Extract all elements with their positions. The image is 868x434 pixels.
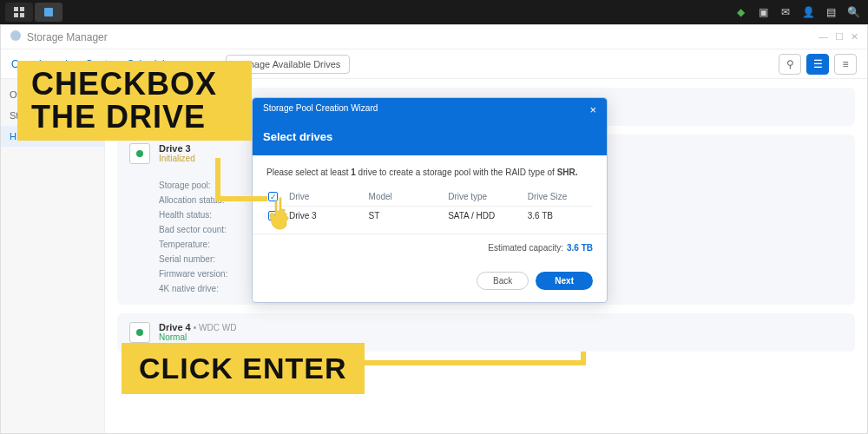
drive-icon (129, 322, 150, 343)
view-list-icon[interactable]: ☰ (806, 54, 829, 75)
window-close-icon[interactable]: ✕ (851, 31, 858, 43)
storage-pool-wizard-modal: Storage Pool Creation Wizard × Select dr… (252, 97, 608, 303)
window-titlebar: Storage Manager — ☐ ✕ (1, 25, 867, 49)
annotation-connector (215, 196, 267, 201)
drive-status: Normal (159, 332, 236, 342)
view-grid-icon[interactable]: ≡ (834, 54, 857, 75)
svg-rect-4 (44, 8, 53, 16)
estimated-capacity-label: Estimated capacity: (488, 243, 563, 253)
app-icon (10, 30, 22, 44)
svg-rect-0 (14, 7, 18, 11)
taskbar-storage-manager[interactable] (35, 3, 62, 22)
annotation-connector (347, 360, 586, 365)
annotation-click-enter: CLICK ENTER (122, 343, 365, 394)
svg-rect-2 (14, 13, 18, 17)
drive-icon (129, 143, 150, 164)
os-taskbar: ◆ ▣ ✉ 👤 ▤ 🔍 (0, 0, 868, 24)
col-size: Drive Size (528, 192, 591, 201)
tray-notification-icon[interactable]: ◆ (731, 3, 750, 21)
tray-panel-icon[interactable]: ▤ (821, 3, 840, 21)
tray-user-icon[interactable]: 👤 (799, 3, 818, 21)
next-button[interactable]: Next (536, 272, 593, 290)
modal-title: Storage Pool Creation Wizard (263, 103, 378, 116)
modal-titlebar: Storage Pool Creation Wizard × (253, 98, 607, 122)
window-title-text: Storage Manager (27, 31, 108, 43)
taskbar-app-grid[interactable] (5, 3, 33, 22)
cell-model: ST (369, 211, 449, 220)
col-model: Model (369, 192, 449, 201)
drive-status: Initialized (159, 154, 195, 163)
pointer-hand-icon (267, 195, 297, 233)
drive-name: Drive 4 • WDC WD (159, 322, 236, 332)
modal-subtitle: Select drives (253, 122, 607, 155)
tray-search-icon[interactable]: 🔍 (844, 3, 863, 21)
cell-drive: Drive 3 (289, 211, 369, 220)
estimated-capacity-value: 3.6 TB (567, 243, 593, 253)
cell-size: 3.6 TB (528, 211, 591, 220)
svg-rect-3 (20, 13, 24, 17)
tray-widget-icon[interactable]: ▣ (753, 3, 773, 21)
cell-type: SATA / HDD (448, 211, 528, 220)
svg-point-5 (10, 30, 21, 41)
modal-close-icon[interactable]: × (589, 103, 596, 116)
back-button[interactable]: Back (477, 272, 529, 290)
window-maximize-icon[interactable]: ☐ (835, 31, 844, 43)
annotation-checkbox-drive: CHECKBOX THE DRIVE (17, 61, 252, 141)
annotation-connector (215, 158, 220, 201)
svg-rect-1 (20, 7, 24, 11)
drive-table-header: ✓ Drive Model Drive type Drive Size (266, 187, 593, 207)
wizard-instruction: Please select at least 1 drive to create… (266, 168, 593, 177)
col-drive: Drive (289, 192, 369, 201)
filter-icon[interactable]: ⚲ (779, 54, 801, 75)
tray-chat-icon[interactable]: ✉ (776, 3, 795, 21)
drive-name: Drive 3 (159, 143, 195, 154)
drive-table-row[interactable]: ✓ Drive 3 ST SATA / HDD 3.6 TB (266, 207, 593, 225)
modal-footer: Estimated capacity: 3.6 TB (253, 233, 607, 265)
window-minimize-icon[interactable]: — (819, 31, 828, 43)
col-type: Drive type (448, 192, 528, 201)
annotation-connector (581, 352, 586, 365)
